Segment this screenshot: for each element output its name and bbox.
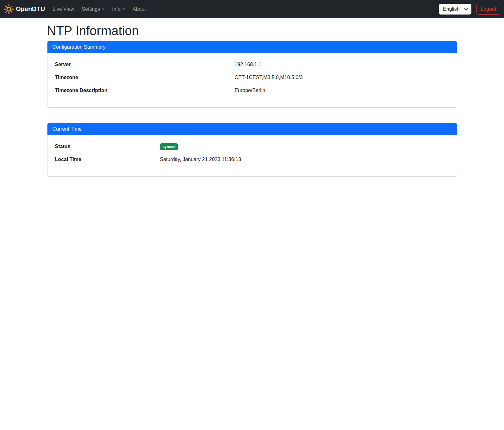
configuration-summary-card: Configuration Summary Server 192.168.1.1… xyxy=(47,41,457,108)
caret-down-icon xyxy=(102,9,104,10)
timezone-value: CET-1CEST,M3.5.0,M10.5.0/3 xyxy=(232,71,451,84)
language-select-wrap: English xyxy=(439,4,471,15)
server-value: 192.168.1.1 xyxy=(232,58,451,71)
table-row: Status synced xyxy=(53,140,452,153)
table-row: Local Time Saturday, January 21 2023 11:… xyxy=(53,153,452,166)
nav-item-settings-label: Settings xyxy=(82,6,100,12)
nav-item-settings[interactable]: Settings xyxy=(79,4,107,15)
status-badge: synced xyxy=(160,143,178,150)
logout-button[interactable]: Logout xyxy=(476,4,500,15)
sun-icon xyxy=(4,4,14,14)
page-title: NTP Information xyxy=(47,23,457,38)
status-value-cell: synced xyxy=(157,140,451,153)
brand-logo-link[interactable]: OpenDTU xyxy=(4,4,45,14)
configuration-summary-card-header: Configuration Summary xyxy=(47,41,457,53)
nav-item-about[interactable]: About xyxy=(130,4,148,15)
table-row: Timezone Description Europe/Berlin xyxy=(53,84,452,97)
nav-item-about-label: About xyxy=(133,6,146,12)
nav-item-info-label: Info xyxy=(112,6,121,12)
status-label: Status xyxy=(53,140,158,153)
current-time-card-body: Status synced Local Time Saturday, Janua… xyxy=(47,135,457,176)
main-content: NTP Information Configuration Summary Se… xyxy=(43,23,461,177)
language-select[interactable]: English xyxy=(439,4,471,15)
timezone-description-label: Timezone Description xyxy=(53,84,232,97)
nav-item-info[interactable]: Info xyxy=(109,4,128,15)
timezone-description-value: Europe/Berlin xyxy=(232,84,451,97)
configuration-summary-card-body: Server 192.168.1.1 Timezone CET-1CEST,M3… xyxy=(47,53,457,107)
table-row: Server 192.168.1.1 xyxy=(53,58,452,71)
nav-menu: Live View Settings Info About xyxy=(50,4,439,15)
nav-item-live-view[interactable]: Live View xyxy=(50,4,77,15)
local-time-label: Local Time xyxy=(53,153,158,166)
nav-item-live-view-label: Live View xyxy=(53,6,74,12)
current-time-card: Current Time Status synced Local Time Sa… xyxy=(47,123,457,177)
local-time-value: Saturday, January 21 2023 11:36:13 xyxy=(157,153,451,166)
brand-label: OpenDTU xyxy=(16,5,45,13)
server-label: Server xyxy=(53,58,232,71)
top-navbar: OpenDTU Live View Settings Info About En… xyxy=(0,0,504,18)
configuration-summary-table: Server 192.168.1.1 Timezone CET-1CEST,M3… xyxy=(53,58,452,97)
navbar-right-controls: English Logout xyxy=(439,4,500,15)
caret-down-icon xyxy=(122,9,125,10)
timezone-label: Timezone xyxy=(53,71,232,84)
current-time-card-header: Current Time xyxy=(47,123,457,135)
table-row: Timezone CET-1CEST,M3.5.0,M10.5.0/3 xyxy=(53,71,452,84)
current-time-table: Status synced Local Time Saturday, Janua… xyxy=(53,140,452,166)
